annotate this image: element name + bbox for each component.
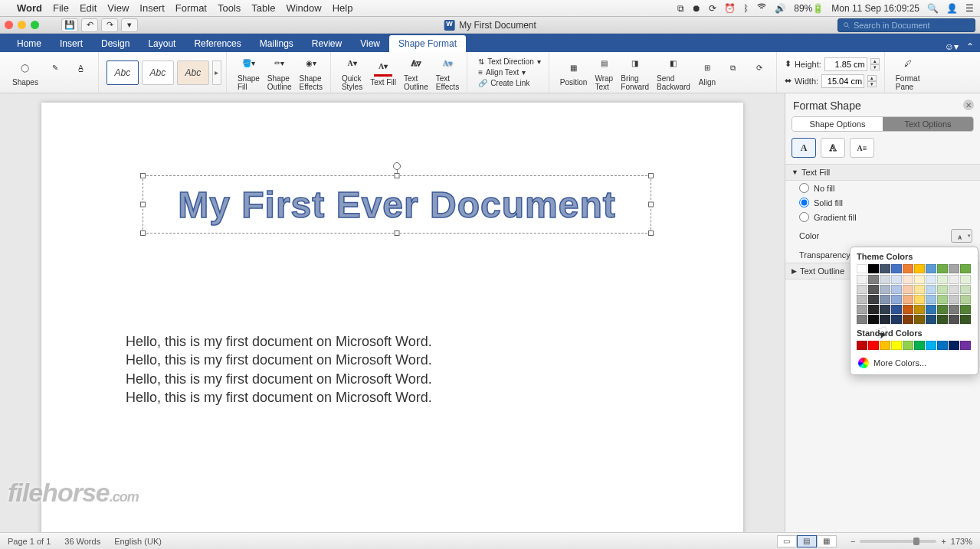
tray-icon[interactable]: ⏺: [692, 3, 701, 14]
color-swatch[interactable]: [937, 295, 948, 304]
color-swatch[interactable]: [880, 295, 890, 304]
color-swatch[interactable]: [857, 295, 867, 304]
color-swatch[interactable]: [960, 315, 971, 324]
text-fill-section[interactable]: ▼Text Fill: [785, 164, 980, 181]
color-swatch[interactable]: [891, 315, 902, 324]
resize-handle[interactable]: [648, 202, 654, 208]
menu-table[interactable]: Table: [251, 2, 275, 14]
close-pane-button[interactable]: ✕: [963, 100, 974, 110]
zoom-slider[interactable]: [860, 540, 936, 543]
color-swatch[interactable]: [937, 285, 948, 294]
text-direction-button[interactable]: ⇅ Text Direction ▾: [475, 57, 544, 67]
menu-edit[interactable]: Edit: [80, 2, 97, 14]
clock[interactable]: Mon 11 Sep 16:09:25: [831, 3, 919, 14]
color-swatch[interactable]: [926, 341, 936, 350]
color-swatch[interactable]: [880, 264, 890, 273]
zoom-out[interactable]: −: [851, 537, 855, 546]
width-down[interactable]: ▾: [867, 81, 877, 87]
color-picker-button[interactable]: ▾: [951, 229, 972, 243]
text-options-tab[interactable]: Text Options: [883, 117, 973, 131]
app-name[interactable]: Word: [17, 2, 42, 14]
text-box-button[interactable]: A̲: [69, 57, 93, 88]
resize-handle[interactable]: [140, 230, 146, 236]
tray-icon[interactable]: ⧉: [677, 3, 684, 14]
color-swatch[interactable]: [937, 315, 948, 324]
tab-shape-format[interactable]: Shape Format: [389, 35, 466, 52]
color-swatch[interactable]: [903, 285, 913, 294]
tab-review[interactable]: Review: [303, 35, 351, 52]
tray-icon[interactable]: ⏰: [724, 3, 736, 14]
collapse-ribbon-icon[interactable]: ⌃: [966, 41, 974, 52]
color-swatch[interactable]: [926, 305, 936, 314]
color-swatch[interactable]: [926, 315, 936, 324]
shape-outline-button[interactable]: ✏▾Shape Outline: [264, 53, 295, 93]
rotation-handle[interactable]: [393, 162, 401, 170]
color-swatch[interactable]: [937, 305, 948, 314]
rotate-button[interactable]: ⟳: [747, 57, 772, 88]
page-status[interactable]: Page 1 of 1: [8, 537, 51, 546]
position-button[interactable]: ▦Position: [557, 57, 591, 88]
color-swatch[interactable]: [903, 264, 913, 273]
no-fill-radio[interactable]: No fill: [785, 181, 980, 195]
color-swatch[interactable]: [857, 315, 867, 324]
tab-insert[interactable]: Insert: [51, 35, 92, 52]
body-line[interactable]: Hello, this is my first document on Micr…: [126, 370, 659, 388]
tab-home[interactable]: Home: [8, 35, 51, 52]
body-line[interactable]: Hello, this is my first document on Micr…: [126, 351, 659, 369]
color-swatch[interactable]: [903, 275, 913, 284]
color-swatch[interactable]: [880, 305, 890, 314]
color-swatch[interactable]: [868, 275, 879, 284]
volume-icon[interactable]: 🔊: [775, 3, 786, 14]
color-swatch[interactable]: [880, 285, 890, 294]
color-swatch[interactable]: [937, 264, 948, 273]
text-effects-button[interactable]: A▾Text Effects: [433, 53, 462, 93]
resize-handle[interactable]: [140, 202, 146, 208]
color-swatch[interactable]: [857, 341, 867, 350]
document-canvas[interactable]: My First Ever Document Hello, this is my…: [0, 93, 785, 532]
height-up[interactable]: ▴: [870, 58, 880, 64]
height-down[interactable]: ▾: [870, 64, 880, 70]
color-swatch[interactable]: [868, 305, 879, 314]
language-status[interactable]: English (UK): [114, 537, 162, 546]
maximize-button[interactable]: [31, 21, 39, 29]
text-fill-outline-tab[interactable]: A: [792, 138, 816, 158]
shape-styles-gallery[interactable]: Abc Abc Abc ▸: [107, 60, 221, 85]
width-up[interactable]: ▴: [867, 75, 877, 81]
tab-view[interactable]: View: [351, 35, 389, 52]
send-backward-button[interactable]: ◧Send Backward: [654, 53, 693, 93]
wordart-text[interactable]: My First Ever Document: [143, 176, 651, 234]
color-swatch[interactable]: [891, 341, 902, 350]
color-swatch[interactable]: [880, 275, 890, 284]
solid-fill-radio[interactable]: Solid fill: [785, 195, 980, 210]
menu-insert[interactable]: Insert: [139, 2, 165, 14]
color-swatch[interactable]: [960, 295, 971, 304]
bluetooth-icon[interactable]: ᛒ: [743, 3, 749, 14]
bring-forward-button[interactable]: ◨Bring Forward: [618, 53, 652, 93]
height-control[interactable]: ⬍Height: ▴▾: [785, 57, 880, 71]
color-swatch[interactable]: [960, 285, 971, 294]
color-swatch[interactable]: [960, 264, 971, 273]
color-swatch[interactable]: [937, 275, 948, 284]
color-swatch[interactable]: [960, 305, 971, 314]
color-swatch[interactable]: [960, 341, 971, 350]
more-colors-button[interactable]: More Colors...: [857, 355, 972, 368]
shapes-button[interactable]: ◯Shapes: [9, 57, 41, 88]
color-swatch[interactable]: [891, 264, 902, 273]
color-swatch[interactable]: [857, 285, 867, 294]
gradient-fill-radio[interactable]: Gradient fill: [785, 210, 980, 224]
color-swatch[interactable]: [891, 275, 902, 284]
color-swatch[interactable]: [914, 295, 925, 304]
color-swatch[interactable]: [880, 315, 890, 324]
zoom-value[interactable]: 173%: [951, 537, 972, 546]
color-swatch[interactable]: [903, 315, 913, 324]
resize-handle[interactable]: [395, 230, 400, 236]
format-pane-button[interactable]: 🖊Format Pane: [893, 53, 923, 93]
color-swatch[interactable]: [949, 315, 959, 324]
view-print[interactable]: ▤: [797, 535, 817, 547]
qat-undo[interactable]: ↶: [81, 18, 98, 32]
shape-fill-button[interactable]: 🪣▾Shape Fill: [234, 53, 263, 93]
body-line[interactable]: Hello, this is my first document on Micr…: [126, 332, 659, 351]
text-fill-button[interactable]: A▾Text Fill: [367, 57, 399, 88]
document-page[interactable]: My First Ever Document Hello, this is my…: [41, 103, 743, 532]
menu-help[interactable]: Help: [333, 2, 353, 14]
